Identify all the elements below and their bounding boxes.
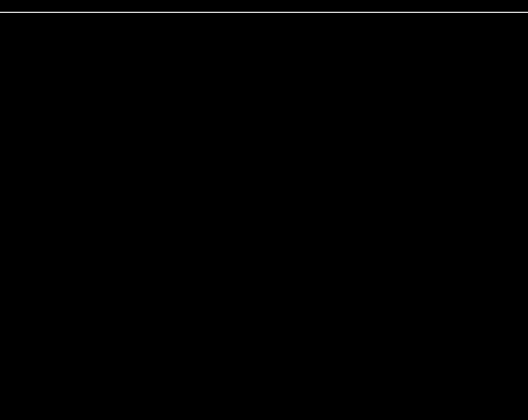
stackup-viewer: { "watermark": { "line1": "SIERRA", "lin…: [0, 0, 528, 420]
header-divider: [0, 12, 528, 13]
